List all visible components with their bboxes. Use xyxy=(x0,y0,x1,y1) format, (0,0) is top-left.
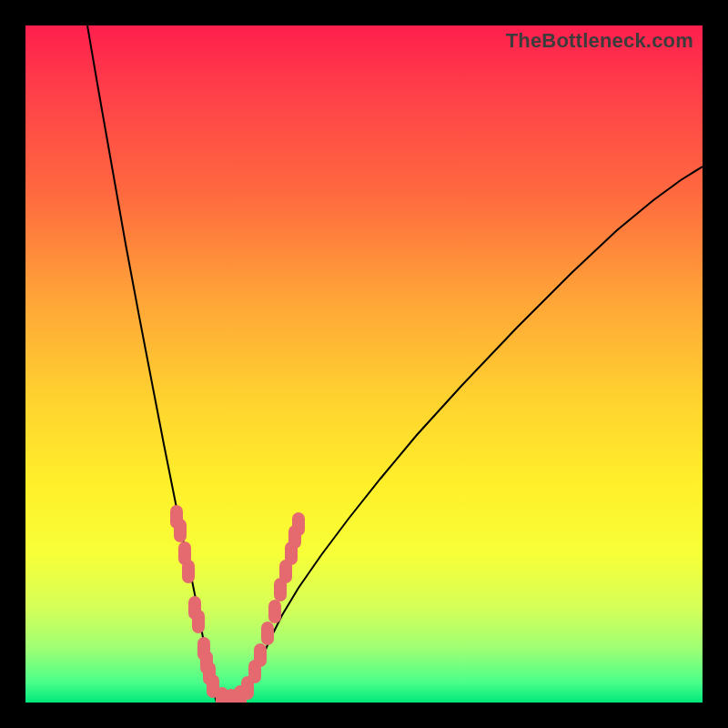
curve-right-arm xyxy=(244,167,703,703)
scatter-dots xyxy=(177,511,298,703)
chart-frame: TheBottleneck.com xyxy=(0,0,728,728)
curve-layer xyxy=(25,25,703,703)
watermark-text: TheBottleneck.com xyxy=(506,29,693,53)
plot-area: TheBottleneck.com xyxy=(25,25,703,703)
